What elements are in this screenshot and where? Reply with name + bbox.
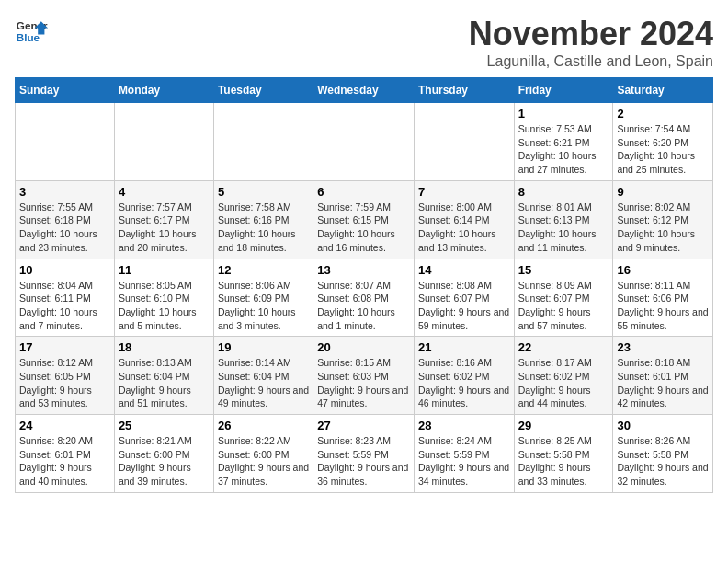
day-number: 14 bbox=[418, 263, 510, 277]
month-title: November 2024 bbox=[469, 15, 713, 53]
day-info: Sunrise: 8:00 AM Sunset: 6:14 PM Dayligh… bbox=[418, 201, 510, 255]
calendar-table: SundayMondayTuesdayWednesdayThursdayFrid… bbox=[15, 77, 713, 493]
day-number: 18 bbox=[119, 340, 210, 354]
calendar-cell: 30Sunrise: 8:26 AM Sunset: 5:58 PM Dayli… bbox=[613, 415, 713, 493]
day-info: Sunrise: 8:25 AM Sunset: 5:58 PM Dayligh… bbox=[518, 434, 609, 488]
logo: General Blue bbox=[15, 15, 48, 48]
calendar-header-friday: Friday bbox=[514, 78, 613, 103]
day-info: Sunrise: 8:01 AM Sunset: 6:13 PM Dayligh… bbox=[518, 201, 609, 255]
day-info: Sunrise: 8:12 AM Sunset: 6:05 PM Dayligh… bbox=[19, 356, 110, 410]
logo-icon: General Blue bbox=[15, 15, 48, 48]
day-number: 23 bbox=[617, 340, 709, 354]
day-info: Sunrise: 8:16 AM Sunset: 6:02 PM Dayligh… bbox=[418, 356, 510, 410]
calendar-cell: 17Sunrise: 8:12 AM Sunset: 6:05 PM Dayli… bbox=[16, 337, 115, 415]
title-block: November 2024 Lagunilla, Castille and Le… bbox=[469, 15, 713, 70]
day-number: 19 bbox=[218, 340, 309, 354]
day-number: 24 bbox=[19, 419, 110, 432]
day-info: Sunrise: 7:54 AM Sunset: 6:20 PM Dayligh… bbox=[617, 122, 709, 177]
location-title: Lagunilla, Castille and Leon, Spain bbox=[469, 53, 713, 70]
calendar-cell: 3Sunrise: 7:55 AM Sunset: 6:18 PM Daylig… bbox=[16, 180, 115, 259]
day-number: 20 bbox=[317, 340, 410, 354]
day-info: Sunrise: 7:59 AM Sunset: 6:15 PM Dayligh… bbox=[317, 201, 410, 255]
day-info: Sunrise: 8:14 AM Sunset: 6:04 PM Dayligh… bbox=[218, 356, 309, 410]
calendar-header-monday: Monday bbox=[114, 78, 213, 103]
day-info: Sunrise: 8:13 AM Sunset: 6:04 PM Dayligh… bbox=[119, 356, 210, 410]
day-number: 26 bbox=[218, 419, 309, 432]
day-info: Sunrise: 7:58 AM Sunset: 6:16 PM Dayligh… bbox=[218, 201, 309, 255]
day-info: Sunrise: 8:23 AM Sunset: 5:59 PM Dayligh… bbox=[317, 434, 410, 488]
calendar-cell: 5Sunrise: 7:58 AM Sunset: 6:16 PM Daylig… bbox=[213, 180, 313, 259]
calendar-cell: 25Sunrise: 8:21 AM Sunset: 6:00 PM Dayli… bbox=[114, 415, 213, 493]
day-number: 5 bbox=[218, 185, 309, 199]
calendar-cell: 16Sunrise: 8:11 AM Sunset: 6:06 PM Dayli… bbox=[613, 259, 713, 337]
calendar-week-4: 17Sunrise: 8:12 AM Sunset: 6:05 PM Dayli… bbox=[16, 337, 713, 415]
day-info: Sunrise: 8:11 AM Sunset: 6:06 PM Dayligh… bbox=[617, 279, 709, 333]
svg-text:Blue: Blue bbox=[17, 31, 40, 43]
day-info: Sunrise: 8:18 AM Sunset: 6:01 PM Dayligh… bbox=[617, 356, 709, 410]
calendar-cell bbox=[313, 103, 415, 181]
calendar-cell: 26Sunrise: 8:22 AM Sunset: 6:00 PM Dayli… bbox=[213, 415, 313, 493]
calendar-week-1: 1Sunrise: 7:53 AM Sunset: 6:21 PM Daylig… bbox=[16, 103, 713, 181]
calendar-cell: 20Sunrise: 8:15 AM Sunset: 6:03 PM Dayli… bbox=[313, 337, 415, 415]
day-number: 11 bbox=[119, 263, 210, 277]
calendar-body: 1Sunrise: 7:53 AM Sunset: 6:21 PM Daylig… bbox=[16, 103, 713, 493]
day-info: Sunrise: 8:08 AM Sunset: 6:07 PM Dayligh… bbox=[418, 279, 510, 333]
calendar-cell bbox=[414, 103, 514, 181]
day-number: 25 bbox=[119, 419, 210, 432]
day-number: 22 bbox=[518, 340, 609, 354]
day-info: Sunrise: 8:07 AM Sunset: 6:08 PM Dayligh… bbox=[317, 279, 410, 333]
day-info: Sunrise: 8:04 AM Sunset: 6:11 PM Dayligh… bbox=[19, 279, 110, 333]
day-info: Sunrise: 8:21 AM Sunset: 6:00 PM Dayligh… bbox=[119, 434, 210, 488]
calendar-cell: 15Sunrise: 8:09 AM Sunset: 6:07 PM Dayli… bbox=[514, 259, 613, 337]
day-number: 16 bbox=[617, 263, 709, 277]
calendar-cell: 10Sunrise: 8:04 AM Sunset: 6:11 PM Dayli… bbox=[16, 259, 115, 337]
day-info: Sunrise: 8:24 AM Sunset: 5:59 PM Dayligh… bbox=[418, 434, 510, 488]
day-number: 13 bbox=[317, 263, 410, 277]
calendar-week-2: 3Sunrise: 7:55 AM Sunset: 6:18 PM Daylig… bbox=[16, 180, 713, 259]
calendar-week-3: 10Sunrise: 8:04 AM Sunset: 6:11 PM Dayli… bbox=[16, 259, 713, 337]
calendar-cell bbox=[213, 103, 313, 181]
day-number: 9 bbox=[617, 185, 709, 199]
calendar-cell: 8Sunrise: 8:01 AM Sunset: 6:13 PM Daylig… bbox=[514, 180, 613, 259]
day-info: Sunrise: 8:17 AM Sunset: 6:02 PM Dayligh… bbox=[518, 356, 609, 410]
day-number: 8 bbox=[518, 185, 609, 199]
calendar-header-thursday: Thursday bbox=[414, 78, 514, 103]
day-number: 28 bbox=[418, 419, 510, 432]
calendar-cell: 4Sunrise: 7:57 AM Sunset: 6:17 PM Daylig… bbox=[114, 180, 213, 259]
calendar-cell: 21Sunrise: 8:16 AM Sunset: 6:02 PM Dayli… bbox=[414, 337, 514, 415]
day-number: 1 bbox=[518, 107, 609, 121]
day-number: 10 bbox=[19, 263, 110, 277]
day-number: 12 bbox=[218, 263, 309, 277]
calendar-cell: 11Sunrise: 8:05 AM Sunset: 6:10 PM Dayli… bbox=[114, 259, 213, 337]
calendar-cell: 2Sunrise: 7:54 AM Sunset: 6:20 PM Daylig… bbox=[613, 103, 713, 181]
calendar-cell: 18Sunrise: 8:13 AM Sunset: 6:04 PM Dayli… bbox=[114, 337, 213, 415]
day-info: Sunrise: 7:53 AM Sunset: 6:21 PM Dayligh… bbox=[518, 122, 609, 177]
calendar-header-row: SundayMondayTuesdayWednesdayThursdayFrid… bbox=[16, 78, 713, 103]
calendar-cell: 22Sunrise: 8:17 AM Sunset: 6:02 PM Dayli… bbox=[514, 337, 613, 415]
day-info: Sunrise: 8:06 AM Sunset: 6:09 PM Dayligh… bbox=[218, 279, 309, 333]
calendar-cell: 6Sunrise: 7:59 AM Sunset: 6:15 PM Daylig… bbox=[313, 180, 415, 259]
day-number: 30 bbox=[617, 419, 709, 432]
calendar-cell: 12Sunrise: 8:06 AM Sunset: 6:09 PM Dayli… bbox=[213, 259, 313, 337]
calendar-header-sunday: Sunday bbox=[16, 78, 115, 103]
day-number: 29 bbox=[518, 419, 609, 432]
day-number: 21 bbox=[418, 340, 510, 354]
calendar-cell: 19Sunrise: 8:14 AM Sunset: 6:04 PM Dayli… bbox=[213, 337, 313, 415]
day-info: Sunrise: 7:55 AM Sunset: 6:18 PM Dayligh… bbox=[19, 201, 110, 255]
day-number: 17 bbox=[19, 340, 110, 354]
day-info: Sunrise: 8:02 AM Sunset: 6:12 PM Dayligh… bbox=[617, 201, 709, 255]
day-info: Sunrise: 8:26 AM Sunset: 5:58 PM Dayligh… bbox=[617, 434, 709, 488]
calendar-week-5: 24Sunrise: 8:20 AM Sunset: 6:01 PM Dayli… bbox=[16, 415, 713, 493]
calendar-header-wednesday: Wednesday bbox=[313, 78, 415, 103]
calendar-cell: 1Sunrise: 7:53 AM Sunset: 6:21 PM Daylig… bbox=[514, 103, 613, 181]
day-number: 3 bbox=[19, 185, 110, 199]
calendar-cell: 28Sunrise: 8:24 AM Sunset: 5:59 PM Dayli… bbox=[414, 415, 514, 493]
calendar-cell: 7Sunrise: 8:00 AM Sunset: 6:14 PM Daylig… bbox=[414, 180, 514, 259]
day-number: 27 bbox=[317, 419, 410, 432]
day-info: Sunrise: 8:22 AM Sunset: 6:00 PM Dayligh… bbox=[218, 434, 309, 488]
calendar-cell: 24Sunrise: 8:20 AM Sunset: 6:01 PM Dayli… bbox=[16, 415, 115, 493]
calendar-cell bbox=[16, 103, 115, 181]
calendar-header-tuesday: Tuesday bbox=[213, 78, 313, 103]
calendar-header-saturday: Saturday bbox=[613, 78, 713, 103]
calendar-cell: 14Sunrise: 8:08 AM Sunset: 6:07 PM Dayli… bbox=[414, 259, 514, 337]
